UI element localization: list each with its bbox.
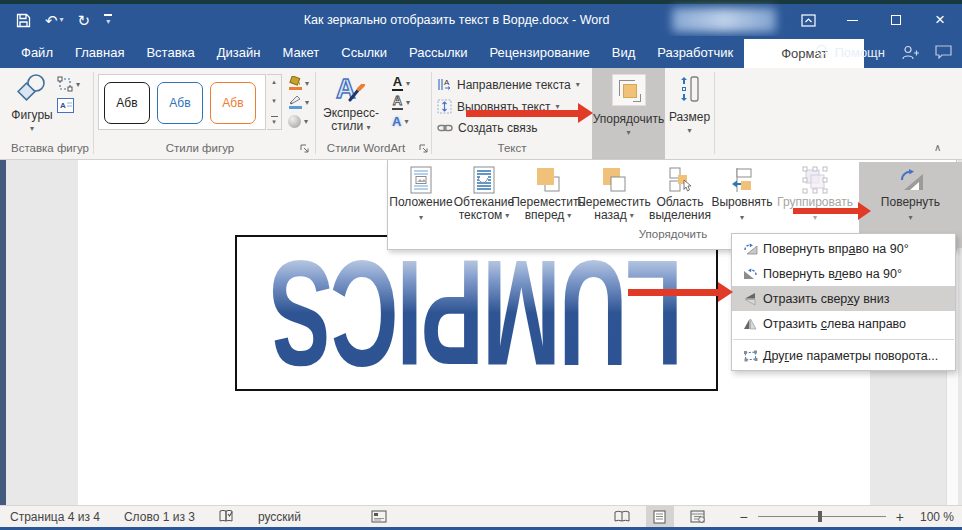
text-outline-button[interactable]: А ▾	[392, 94, 410, 110]
flip-horizontal-icon	[737, 317, 763, 331]
align-text-icon	[437, 99, 452, 114]
undo-button[interactable]: ↶ ▾	[45, 13, 64, 28]
zoom-in-button[interactable]: +	[896, 509, 904, 525]
arrange-dropdown-icon: ▾	[626, 128, 630, 137]
minimize-icon	[847, 20, 858, 21]
collapse-ribbon-icon[interactable]: ∧	[934, 142, 941, 153]
account-name-blurred	[672, 8, 776, 32]
gallery-more-button[interactable]: ▾	[271, 116, 278, 126]
minimize-button[interactable]	[830, 4, 874, 36]
maximize-button[interactable]	[874, 4, 918, 36]
panel-item-selection-pane[interactable]: Область выделения	[647, 162, 713, 226]
create-link-label: Создать связь	[458, 121, 537, 135]
comments-button[interactable]	[935, 45, 952, 59]
gallery-scroll-down-icon[interactable]: ▾	[272, 97, 276, 105]
shapes-icon	[17, 74, 47, 102]
menu-item-rotate-left-90[interactable]: Повернуть влево на 90°	[732, 261, 955, 286]
tab-review[interactable]: Рецензирование	[478, 36, 600, 68]
tab-developer[interactable]: Разработчик	[646, 36, 744, 68]
group-label-insert-shapes: Вставка фигур	[8, 142, 92, 154]
page-indicator[interactable]: Страница 4 из 4	[10, 510, 100, 524]
tab-view[interactable]: Вид	[601, 36, 647, 68]
ribbon-display-options-button[interactable]	[786, 4, 830, 36]
panel-item-position[interactable]: Положение ▾	[389, 162, 453, 226]
customize-qat-button[interactable]: ▾	[104, 14, 112, 26]
group-label-wordart: Стили WordArt	[318, 142, 414, 154]
close-button[interactable]: ×	[918, 4, 962, 36]
arrow-head	[578, 103, 593, 123]
window-left-edge	[0, 160, 6, 505]
arrange-panel-items: Положение ▾ Обтекание текстом ▾ Перемест…	[389, 162, 962, 226]
text-effects-dropdown-icon: ▾	[404, 117, 408, 126]
proofing-icon[interactable]	[219, 509, 234, 524]
shape-styles-dialog-launcher[interactable]	[300, 144, 310, 154]
undo-dropdown-icon[interactable]: ▾	[60, 16, 64, 24]
redo-icon: ↻	[78, 13, 91, 28]
language-indicator[interactable]: русский	[258, 510, 301, 524]
shape-effects-dropdown-icon: ▾	[304, 117, 308, 126]
ribbon: Фигуры ▾ ▾ A Вставка фигур Абв Абв Абв	[0, 68, 962, 160]
svg-text:А: А	[444, 78, 450, 87]
tab-home[interactable]: Главная	[64, 36, 135, 68]
text-direction-button[interactable]: А Направление текста ▾	[437, 77, 580, 92]
arrange-panel-group-label: Упорядочить	[613, 228, 733, 240]
shape-style-tools: ▾ ▾ ▾	[288, 75, 309, 129]
menu-item-rotate-right-90[interactable]: Повернуть вправо на 90°	[732, 236, 955, 261]
word-count[interactable]: Слово 1 из 3	[124, 510, 195, 524]
wordart-textbox[interactable]: LUMPICS	[235, 235, 718, 391]
share-button[interactable]	[901, 45, 919, 60]
rotate-submenu: Повернуть вправо на 90° Повернуть влево …	[731, 233, 956, 371]
save-icon[interactable]	[16, 13, 31, 28]
tell-me-button[interactable]: Помощн	[815, 44, 885, 60]
text-box-button[interactable]: A	[57, 98, 74, 113]
macro-recorder-icon[interactable]	[371, 510, 387, 523]
zoom-out-button[interactable]: −	[740, 509, 748, 525]
menu-item-more-rotation-options[interactable]: Другие параметры поворота...	[732, 343, 955, 368]
zoom-slider-handle[interactable]	[818, 511, 822, 522]
tab-references[interactable]: Ссылки	[330, 36, 398, 68]
text-effects-button[interactable]: А ▾	[392, 113, 410, 129]
shape-style-sample-1[interactable]: Абв	[104, 82, 150, 124]
read-mode-button[interactable]	[608, 506, 636, 527]
zoom-level[interactable]: 100 %	[920, 510, 954, 524]
panel-item-send-backward[interactable]: Переместить назад ▾	[581, 162, 647, 226]
group-separator	[93, 72, 94, 154]
shape-outline-button[interactable]: ▾	[288, 94, 309, 110]
close-icon: ×	[935, 10, 945, 30]
wordart-dialog-launcher[interactable]	[419, 144, 429, 154]
position-dropdown-icon: ▾	[419, 211, 423, 224]
menu-item-flip-vertical[interactable]: Отразить сверху вниз	[732, 286, 955, 311]
text-direction-label: Направление текста	[457, 78, 571, 92]
menu-item-flip-horizontal[interactable]: Отразить слева направо	[732, 311, 955, 336]
tab-mailings[interactable]: Рассылки	[398, 36, 478, 68]
gallery-scroll-up-icon[interactable]: ▴	[272, 78, 276, 86]
tab-insert[interactable]: Вставка	[135, 36, 205, 68]
shapes-label: Фигуры	[11, 108, 52, 122]
edit-shape-button[interactable]: ▾	[57, 76, 80, 92]
shapes-dropdown-icon: ▾	[30, 124, 34, 133]
create-link-button[interactable]: Создать связь	[437, 121, 537, 135]
size-button[interactable]: Размер ▾	[666, 68, 713, 159]
tab-layout[interactable]: Макет	[271, 36, 330, 68]
panel-item-align[interactable]: Выровнять ▾	[713, 162, 771, 226]
web-layout-button[interactable]	[684, 506, 712, 527]
wordart-text-flipped[interactable]: LUMPICS	[270, 238, 682, 388]
panel-item-wrap-text[interactable]: Обтекание текстом ▾	[453, 162, 515, 226]
text-effects-icon: А	[392, 115, 401, 128]
window-title: Как зеркально отобразить текст в Ворде.d…	[304, 4, 610, 36]
panel-item-bring-forward[interactable]: Переместить вперед ▾	[515, 162, 581, 226]
text-fill-button[interactable]: А ▾	[392, 75, 410, 91]
shape-style-sample-3[interactable]: Абв	[210, 82, 256, 124]
selection-pane-icon	[666, 164, 694, 196]
tab-file[interactable]: Файл	[10, 36, 64, 68]
shape-fill-button[interactable]: ▾	[288, 75, 309, 91]
zoom-slider[interactable]	[758, 516, 886, 517]
arrange-button[interactable]: Упорядочить ▾	[592, 68, 665, 159]
print-layout-button[interactable]	[646, 506, 674, 527]
tab-design[interactable]: Дизайн	[206, 36, 272, 68]
rotate-left-icon	[737, 267, 763, 281]
shape-effects-button[interactable]: ▾	[288, 113, 309, 129]
wordart-tools: А ▾ А ▾ А ▾	[392, 75, 410, 129]
redo-button[interactable]: ↻	[78, 13, 91, 28]
shape-style-sample-2[interactable]: Абв	[157, 82, 203, 124]
